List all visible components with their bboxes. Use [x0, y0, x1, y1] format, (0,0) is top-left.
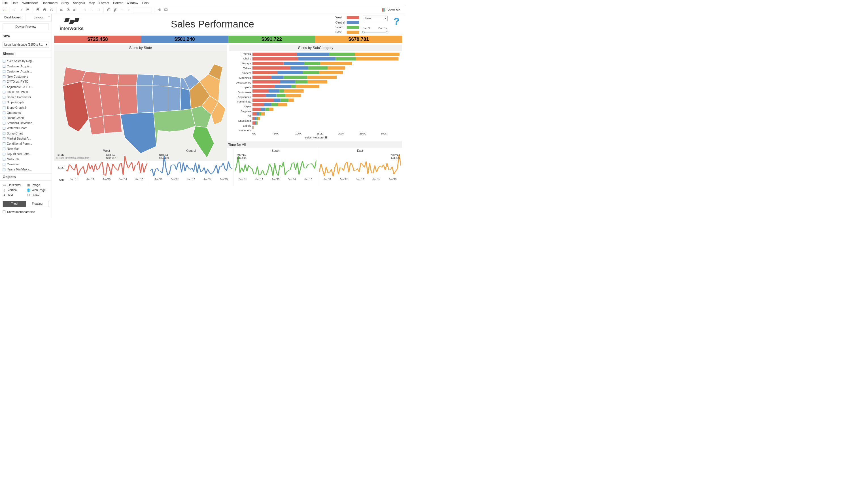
- menu-dashboard[interactable]: Dashboard: [42, 1, 57, 5]
- sheet-item[interactable]: CMTD vs. PMTD: [2, 89, 50, 94]
- object-image[interactable]: ▦Image: [27, 183, 49, 186]
- sheets-section-label: Sheets: [0, 50, 52, 57]
- sheet-item[interactable]: YOY Sales by Reg...: [2, 59, 50, 64]
- logo-icon[interactable]: [2, 7, 7, 13]
- sheet-item[interactable]: Customer Acquis...: [2, 69, 50, 74]
- size-dropdown[interactable]: Legal Landscape (1150 x 7...▾: [3, 42, 49, 48]
- save-icon[interactable]: [25, 7, 31, 13]
- measure-dropdown[interactable]: Sales▾: [363, 16, 387, 21]
- sheet-item[interactable]: Market Basket A...: [2, 136, 50, 141]
- sheet-item[interactable]: Slope Graph: [2, 100, 50, 105]
- bar-row[interactable]: [252, 76, 400, 79]
- menu-server[interactable]: Server: [113, 1, 123, 5]
- bar-row[interactable]: [252, 80, 400, 84]
- us-map[interactable]: © OpenStreetMap contributors: [54, 51, 227, 161]
- menu-story[interactable]: Story: [62, 1, 69, 5]
- show-title-checkbox[interactable]: [3, 211, 6, 214]
- toolbar-input[interactable]: [133, 8, 152, 12]
- pin-icon[interactable]: [126, 7, 131, 13]
- highlight-icon[interactable]: [106, 7, 111, 13]
- object-blank[interactable]: ☐Blank: [27, 194, 49, 197]
- back-icon[interactable]: [12, 7, 17, 13]
- sheet-item[interactable]: Donut Graph: [2, 115, 50, 121]
- sheet-item[interactable]: Standard Deviation: [2, 121, 50, 126]
- sheet-item[interactable]: Bump Chart: [2, 131, 50, 136]
- menu-file[interactable]: File: [3, 1, 8, 5]
- sheet-item[interactable]: Slope Graph 2: [2, 105, 50, 110]
- fit-icon[interactable]: [156, 7, 162, 13]
- select-measure-label[interactable]: Select Measure ☰: [229, 135, 402, 140]
- swap-icon[interactable]: [82, 7, 88, 13]
- bar-row[interactable]: [252, 103, 400, 106]
- bar-row[interactable]: [252, 117, 400, 120]
- refresh-icon[interactable]: [49, 7, 54, 13]
- subcat-bars[interactable]: [252, 52, 400, 132]
- sheet-item[interactable]: Multi-Tab: [2, 157, 50, 162]
- help-icon[interactable]: ?: [391, 16, 402, 27]
- attach-icon[interactable]: [112, 7, 118, 13]
- menu-window[interactable]: Window: [126, 1, 138, 5]
- tiled-button[interactable]: Tiled: [3, 201, 26, 207]
- worksheet-icon: [3, 86, 6, 88]
- sheet-item[interactable]: Yearly Min/Max v...: [2, 167, 50, 172]
- floating-button[interactable]: Floating: [26, 201, 49, 207]
- date-range-slider[interactable]: [363, 32, 387, 33]
- text-tool-icon[interactable]: [119, 7, 125, 13]
- bar-row[interactable]: [252, 108, 400, 111]
- clear-icon[interactable]: [72, 7, 78, 13]
- duplicate-icon[interactable]: [66, 7, 71, 13]
- bar-row[interactable]: [252, 122, 400, 125]
- object-web-page[interactable]: 🌐Web Page: [27, 188, 49, 192]
- sheet-item[interactable]: Top 10 and Botto...: [2, 151, 50, 157]
- bar-row[interactable]: [252, 98, 400, 102]
- pause-updates-icon[interactable]: [42, 7, 47, 13]
- bar-row[interactable]: [252, 85, 400, 88]
- object-text[interactable]: AText: [3, 194, 25, 197]
- bar-row[interactable]: [252, 126, 400, 129]
- device-preview-button[interactable]: Device Preview: [3, 23, 49, 30]
- sheet-item[interactable]: Calendar: [2, 162, 50, 167]
- bar-row[interactable]: [252, 62, 400, 65]
- sort-asc-icon[interactable]: [89, 7, 94, 13]
- menu-analysis[interactable]: Analysis: [73, 1, 85, 5]
- sheet-item[interactable]: Quadrants: [2, 110, 50, 115]
- sheet-item[interactable]: CYTD vs. PYTD: [2, 79, 50, 84]
- sheet-item[interactable]: Waterfall Chart: [2, 126, 50, 131]
- bar-row[interactable]: [252, 112, 400, 115]
- bar-row[interactable]: [252, 71, 400, 74]
- worksheet-icon: [3, 91, 6, 94]
- menu-map[interactable]: Map: [89, 1, 95, 5]
- menu-data[interactable]: Data: [12, 1, 18, 5]
- svg-rect-17: [160, 9, 160, 11]
- spark-central[interactable]: CentralSep '11$34,409Jan '11Jan '12Jan '…: [149, 148, 233, 186]
- new-datasource-icon[interactable]: [35, 7, 40, 13]
- bar-row[interactable]: [252, 66, 400, 70]
- tab-dashboard[interactable]: Dashboard: [0, 14, 26, 21]
- sheet-item[interactable]: Search Parameter: [2, 95, 50, 100]
- sheet-item[interactable]: Conditional Form...: [2, 141, 50, 146]
- bar-row[interactable]: [252, 53, 400, 56]
- new-worksheet-icon[interactable]: [59, 7, 64, 13]
- object-vertical[interactable]: ▯Vertical: [3, 188, 25, 192]
- vertical-icon: ▯: [3, 188, 6, 192]
- spark-east[interactable]: EastNov '14$41,524Jan '11Jan '12Jan '13J…: [318, 148, 402, 186]
- menu-format[interactable]: Format: [99, 1, 109, 5]
- sheet-item[interactable]: New Max: [2, 146, 50, 151]
- bar-row[interactable]: [252, 94, 400, 97]
- sheet-item[interactable]: Customer Acquis...: [2, 64, 50, 69]
- forward-icon[interactable]: [18, 7, 24, 13]
- sort-desc-icon[interactable]: [96, 7, 101, 13]
- sheet-item[interactable]: New Customers: [2, 74, 50, 79]
- tab-layout[interactable]: Layout: [26, 14, 52, 21]
- svg-rect-14: [74, 9, 75, 11]
- show-me-button[interactable]: Show Me: [382, 8, 403, 12]
- menu-help[interactable]: Help: [142, 1, 149, 5]
- spark-west[interactable]: West$40K$20K$0KDec '13$32,617Jan '11Jan …: [54, 148, 149, 186]
- bar-row[interactable]: [252, 57, 400, 60]
- presentation-icon[interactable]: [163, 7, 169, 13]
- sheet-item[interactable]: Adjustable CYTD ...: [2, 84, 50, 89]
- menu-worksheet[interactable]: Worksheet: [22, 1, 38, 5]
- spark-south[interactable]: SouthMar '11$32,911Jan '11Jan '12Jan '13…: [233, 148, 318, 186]
- bar-row[interactable]: [252, 89, 400, 93]
- object-horizontal[interactable]: ▭Horizontal: [3, 183, 25, 186]
